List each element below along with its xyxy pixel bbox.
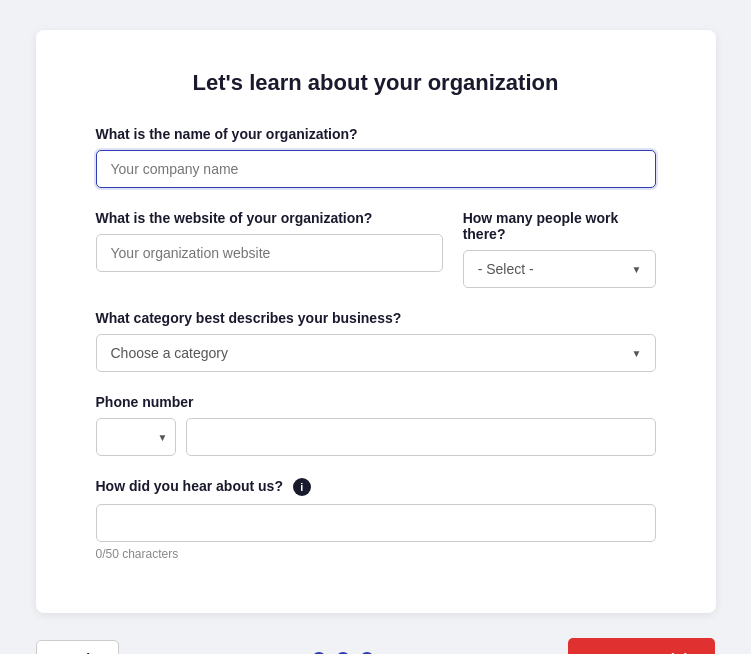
- start-trial-button[interactable]: Start my trial: [568, 638, 716, 654]
- employee-count-select-wrapper: - Select - 1-10 11-50 51-200 201-500 500…: [463, 250, 656, 288]
- category-select[interactable]: Choose a category Technology Healthcare …: [96, 334, 656, 372]
- page-wrapper: Let's learn about your organization What…: [0, 0, 751, 654]
- employee-count-select[interactable]: - Select - 1-10 11-50 51-200 201-500 500…: [463, 250, 656, 288]
- category-field: What category best describes your busine…: [96, 310, 656, 372]
- employee-count-field: How many people work there? - Select - 1…: [463, 210, 656, 288]
- phone-number-input[interactable]: [186, 418, 656, 456]
- char-count: 0/50 characters: [96, 547, 656, 561]
- phone-country-wrapper: 🇺🇸 +1 🇬🇧 +44 🇩🇪 +49: [96, 418, 176, 456]
- form-card: Let's learn about your organization What…: [36, 30, 716, 613]
- hear-about-field: How did you hear about us? i 0/50 charac…: [96, 478, 656, 561]
- info-icon[interactable]: i: [293, 478, 311, 496]
- hear-about-label: How did you hear about us? i: [96, 478, 656, 496]
- website-employees-row: What is the website of your organization…: [96, 210, 656, 310]
- employee-count-label: How many people work there?: [463, 210, 656, 242]
- phone-row: 🇺🇸 +1 🇬🇧 +44 🇩🇪 +49: [96, 418, 656, 456]
- org-website-field: What is the website of your organization…: [96, 210, 443, 288]
- back-button[interactable]: Back: [36, 640, 119, 654]
- org-name-field: What is the name of your organization?: [96, 126, 656, 188]
- category-label: What category best describes your busine…: [96, 310, 656, 326]
- phone-field: Phone number 🇺🇸 +1 🇬🇧 +44 🇩🇪 +49: [96, 394, 656, 456]
- org-website-input[interactable]: [96, 234, 443, 272]
- footer-bar: Back Start my trial: [36, 618, 716, 654]
- phone-country-select[interactable]: 🇺🇸 +1 🇬🇧 +44 🇩🇪 +49: [96, 418, 176, 456]
- hear-about-input[interactable]: [96, 504, 656, 542]
- phone-label: Phone number: [96, 394, 656, 410]
- page-title: Let's learn about your organization: [96, 70, 656, 96]
- org-name-label: What is the name of your organization?: [96, 126, 656, 142]
- org-name-input[interactable]: [96, 150, 656, 188]
- org-website-label: What is the website of your organization…: [96, 210, 443, 226]
- category-select-wrapper: Choose a category Technology Healthcare …: [96, 334, 656, 372]
